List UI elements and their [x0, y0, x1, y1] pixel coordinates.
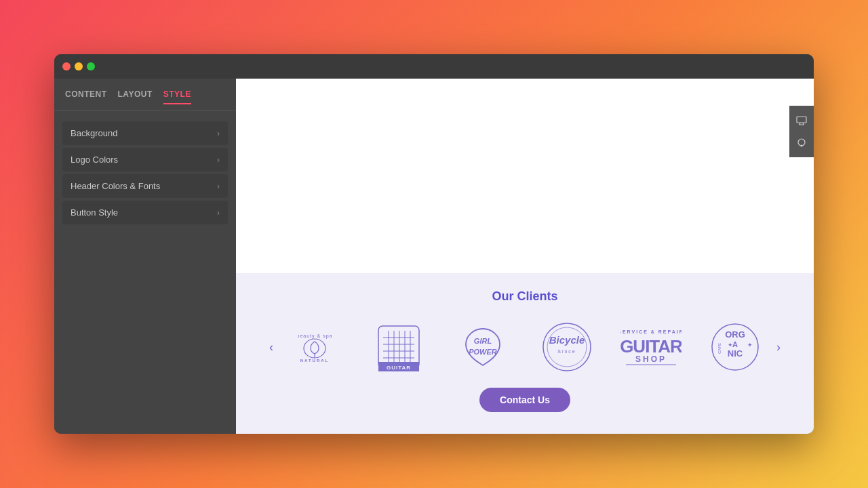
svg-text:ORG: ORG [725, 329, 745, 340]
carousel-prev-button[interactable]: ‹ [262, 338, 281, 357]
clients-title: Our Clients [263, 289, 787, 304]
paint-icon [797, 138, 806, 147]
clients-section: Our Clients ‹ beauty & spa [236, 273, 814, 434]
title-bar [54, 54, 814, 79]
svg-point-24 [543, 323, 591, 371]
svg-text:GIRL: GIRL [474, 337, 492, 345]
list-item: GUITAR [365, 320, 433, 374]
maximize-button[interactable] [87, 62, 95, 70]
close-button[interactable] [62, 62, 71, 70]
svg-text:beauty & spa: beauty & spa [298, 333, 332, 339]
menu-item-background[interactable]: Background › [62, 121, 228, 145]
desktop-icon-button[interactable] [789, 110, 814, 131]
main-content: Our Clients ‹ beauty & spa [236, 79, 814, 434]
menu-item-header-colors-label: Header Colors & Fonts [71, 181, 160, 191]
menu-item-logo-colors[interactable]: Logo Colors › [62, 148, 228, 171]
organic-logo: ORG A ✦ NIC ✦ CAFE [711, 323, 760, 371]
desktop-icon [796, 116, 807, 125]
svg-text:A: A [732, 340, 738, 348]
list-item: GIRL POWER [449, 320, 517, 374]
svg-text:NIC: NIC [728, 348, 743, 359]
right-toolbar [789, 106, 814, 157]
svg-rect-10 [378, 326, 419, 368]
svg-text:GUITAR: GUITAR [620, 336, 682, 357]
svg-point-25 [547, 327, 587, 367]
svg-text:SHOP: SHOP [635, 354, 667, 364]
menu-item-logo-colors-label: Logo Colors [71, 155, 118, 165]
svg-text:GUITAR: GUITAR [387, 365, 411, 371]
svg-text:Since: Since [557, 349, 576, 354]
contact-us-button[interactable]: Contact Us [479, 388, 570, 412]
chevron-right-icon: › [217, 155, 220, 165]
sidebar: CONTENT LAYOUT STYLE Background › Logo C… [54, 79, 236, 434]
tab-content[interactable]: CONTENT [65, 89, 107, 104]
carousel-wrapper: ‹ beauty & spa NATURAL [263, 320, 787, 374]
chevron-right-icon: › [217, 208, 220, 218]
svg-text:Bicycle: Bicycle [549, 334, 585, 346]
svg-text:✦: ✦ [747, 342, 753, 348]
guitar-badge-logo: GUITAR [375, 323, 422, 371]
chevron-right-icon: › [217, 182, 220, 191]
sidebar-tabs: CONTENT LAYOUT STYLE [54, 79, 236, 110]
natural-logo: beauty & spa NATURAL [298, 332, 332, 362]
minimize-button[interactable] [75, 62, 83, 70]
menu-item-button-style[interactable]: Button Style › [62, 201, 228, 224]
tab-layout[interactable]: LAYOUT [118, 89, 153, 104]
sidebar-menu: Background › Logo Colors › Header Colors… [54, 110, 236, 235]
bicycle-logo: Bicycle Since [540, 322, 593, 372]
svg-text:NATURAL: NATURAL [300, 359, 330, 362]
contact-btn-wrap: Contact Us [263, 388, 787, 412]
window-body: CONTENT LAYOUT STYLE Background › Logo C… [54, 79, 814, 434]
paint-icon-button[interactable] [789, 131, 814, 153]
chevron-right-icon: › [217, 129, 220, 138]
tab-style[interactable]: STYLE [163, 89, 191, 104]
content-top-area [236, 79, 814, 273]
svg-point-5 [801, 145, 803, 147]
carousel-next-button[interactable]: › [769, 338, 788, 357]
svg-text:POWER: POWER [469, 348, 497, 356]
list-item: ORG A ✦ NIC ✦ CAFE [701, 320, 769, 374]
svg-text:CAFE: CAFE [717, 343, 722, 354]
svg-text:✦: ✦ [728, 342, 733, 348]
app-window: CONTENT LAYOUT STYLE Background › Logo C… [54, 54, 814, 434]
list-item: Bicycle Since [533, 320, 601, 374]
girl-power-logo: GIRL POWER [456, 323, 509, 371]
list-item: SERVICE & REPAIR GUITAR SHOP [617, 320, 685, 374]
logos-row: beauty & spa NATURAL [281, 320, 769, 374]
menu-item-header-colors[interactable]: Header Colors & Fonts › [62, 174, 228, 198]
list-item: beauty & spa NATURAL [281, 320, 349, 374]
traffic-lights [62, 62, 95, 70]
guitar-shop-logo: SERVICE & REPAIR GUITAR SHOP [620, 324, 682, 370]
svg-rect-0 [797, 117, 806, 123]
svg-text:SERVICE & REPAIR: SERVICE & REPAIR [620, 329, 682, 334]
menu-item-background-label: Background [71, 128, 117, 138]
menu-item-button-style-label: Button Style [71, 207, 118, 218]
